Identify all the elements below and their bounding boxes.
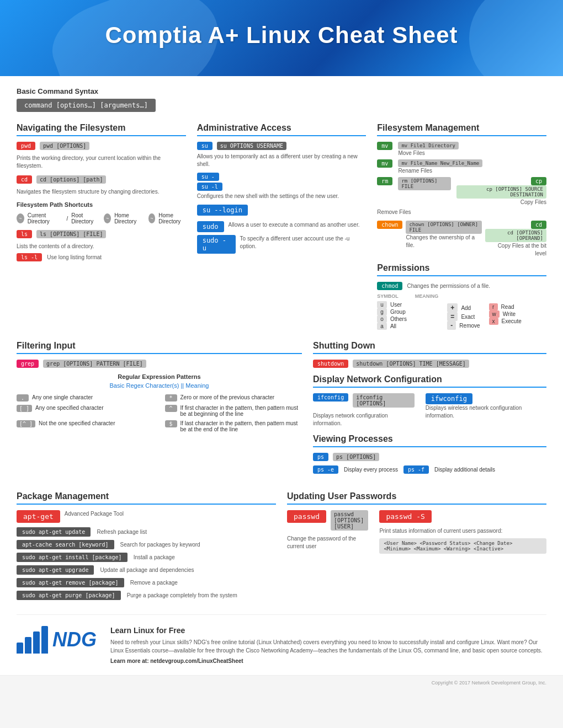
su-l-desc: Configures the new shell with the settin… — [197, 192, 367, 200]
passwd-s-cmd: passwd -S — [379, 510, 431, 523]
shortcut-home: ~ Home Directory ~ Home Directory — [104, 212, 185, 224]
cp-label: Copy Files — [456, 199, 546, 206]
copyright-text: Copyright © 2017 Network Development Gro… — [432, 680, 546, 686]
grep-cmd: grep — [17, 360, 39, 368]
perm-x-label: Execute — [502, 318, 522, 324]
pkg-upgrade-desc: Update all package and dependencies — [100, 567, 194, 573]
perms-header: SYMBOL MEANING — [377, 293, 438, 299]
regex-link: Basic Regex Character(s) || Meaning — [17, 382, 302, 389]
perm-add-sym: + — [447, 303, 458, 312]
perm-r: rRead — [489, 303, 522, 311]
perm-exact-label: Exact — [461, 314, 475, 320]
filtering-title: Filtering Input — [17, 341, 302, 354]
pwd-cmd: pwd — [17, 142, 35, 150]
cp-arg: cp [OPTIONS] SOURCE DESTINATION — [456, 185, 546, 199]
perms-header-meaning: MEANING — [415, 293, 439, 299]
perms-col-ops: +Add =Exact -Remove — [447, 303, 480, 330]
regex-bracket-sym: [ ] — [17, 405, 32, 412]
perm-a: aAll — [377, 323, 438, 330]
row-1: Navigating the Filesystem pwd pwd [OPTIO… — [17, 123, 546, 330]
shortcut-current: ~ Current Directory / Root Directory — [17, 212, 98, 224]
sudo-desc: Allows a user to execute a command as an… — [229, 221, 360, 229]
ls-section: ls ls [OPTIONS] [FILE] Lists the content… — [17, 230, 186, 261]
rm-label: Remove Files — [377, 208, 546, 216]
regex-dot-sym: . — [17, 394, 29, 402]
pkg-install-desc: Install a package — [134, 554, 175, 560]
pkg-purge-desc: Purge a package completely from the syst… — [127, 592, 237, 598]
su-l-cmd: su -l — [197, 183, 222, 191]
shortcut-sym-tilde1: ~ — [17, 213, 24, 223]
regex-neg-bracket-sym: [^ ] — [17, 420, 35, 427]
perm-g-label: Group — [390, 309, 406, 315]
perms-col-rwx: rRead wWrite xExecute — [489, 303, 522, 330]
shortcuts-table: ~ Current Directory / Root Directory ~ H… — [17, 212, 186, 224]
su-dash-cmd: su - — [197, 173, 219, 181]
regex-neg-bracket: [^ ] Not the one specified character — [17, 420, 154, 432]
cd-cmd: cd — [17, 175, 32, 184]
ps-arg: ps [OPTIONS] — [333, 453, 379, 461]
chmod-desc: Changes the permissions of a file. — [407, 282, 490, 290]
perms-header-symbol: SYMBOL — [377, 293, 399, 299]
perm-g-sym: g — [377, 308, 387, 315]
perm-g: gGroup — [377, 308, 438, 315]
shortcuts-title: Filesystem Path Shortcuts — [17, 201, 186, 208]
perm-remove: -Remove — [447, 321, 480, 330]
perm-x-sym: x — [489, 318, 498, 325]
pkg-update-desc: Refresh package list — [97, 529, 147, 535]
shortcut-label-home2: Home Directory — [158, 212, 185, 224]
perms-table: SYMBOL MEANING uUser gGroup oOthers aAll… — [377, 293, 546, 330]
pwd-desc: Prints the working directory, your curre… — [17, 154, 186, 170]
processes-title: Viewing Processes — [313, 434, 546, 447]
pkg-remove-desc: Remove a package — [130, 580, 178, 586]
perm-w-sym: w — [489, 311, 500, 318]
cd2-section: cd cd [OPTIONS] [OPERAND] Copy Files at … — [485, 221, 546, 258]
ndg-bar-2 — [25, 637, 31, 654]
mv1-cmd: mv — [377, 142, 392, 150]
row-3: Package Management apt-get Advanced Pack… — [17, 491, 546, 603]
pkg-purge: sudo apt-get purge [package] Purge a pac… — [17, 591, 276, 601]
main-content: Basic Command Syntax command [options…] … — [0, 76, 563, 675]
filtering-section: Filtering Input grep grep [OPTIONS] PATT… — [17, 341, 302, 432]
shutdown-arg: shutdown [OPTIONS] TIME [MESSAGE] — [353, 360, 469, 368]
perms-title: Permissions — [377, 263, 546, 276]
regex-caret-sym: ^ — [165, 405, 177, 412]
perm-o-label: Others — [390, 316, 407, 322]
ps-f-desc: Display additional details — [434, 467, 495, 473]
ls-l-row: ls -l Use long listing format — [17, 253, 186, 261]
rm-cmd: rm — [377, 177, 392, 185]
cd-desc: Navigates the filesystem structure by ch… — [17, 188, 186, 196]
pkg-update-cmd: sudo apt-get update — [17, 527, 91, 537]
pkg-update: sudo apt-get update Refresh package list — [17, 527, 276, 538]
perm-x: xExecute — [489, 318, 522, 325]
su-cmd: su — [197, 142, 213, 150]
su-login-row: su --login — [197, 205, 367, 216]
chown-row: chown chown [OPTIONS] [OWNER] FILE Chang… — [377, 221, 546, 258]
mv2-cmd: mv — [377, 159, 392, 168]
row-2: Filtering Input grep grep [OPTIONS] PATT… — [17, 341, 546, 480]
basic-syntax-title: Basic Command Syntax — [17, 87, 546, 95]
rm-arg: rm [OPTIONS] FILE — [398, 177, 451, 190]
ndg-bar-1 — [17, 643, 23, 654]
ls-cmd: ls — [17, 230, 32, 238]
ndg-wordmark: NDG — [52, 628, 97, 651]
su-l-row: su -l — [197, 183, 367, 191]
passwd-row: passwd passwd [OPTIONS] [USER] Change th… — [287, 510, 546, 554]
regex-dot-desc: Any one single character — [32, 394, 93, 400]
passwd-s-right: passwd -S Print status information of cu… — [379, 510, 546, 554]
shortcut-label-root: Root Directory — [71, 212, 98, 224]
chmod-row: chmod Changes the permissions of a file. — [377, 282, 546, 290]
shortcut-label-current: Current Directory — [28, 212, 60, 224]
filesystem-section: Navigating the Filesystem pwd pwd [OPTIO… — [17, 123, 186, 330]
shutting-title: Shutting Down — [313, 341, 546, 354]
su-desc: Allows you to temporarily act as a diffe… — [197, 153, 367, 168]
sudo-u-desc: To specify a different user account use … — [240, 235, 367, 250]
ps-cmd: ps — [313, 453, 328, 461]
pkg-search-cmd: apt-cache search [keyword] — [17, 540, 114, 549]
pkg-search-desc: Search for packages by keyword — [120, 542, 200, 548]
shutting-section: Shutting Down shutdown shutdown [OPTIONS… — [313, 341, 546, 368]
regex-star-desc: Zero or more of the previous character — [180, 394, 275, 400]
perm-a-label: All — [390, 323, 396, 329]
ls-row: ls ls [OPTIONS] [FILE] — [17, 230, 186, 238]
chown-cmd: chown — [377, 221, 402, 229]
shortcut-label-home: Home Directory — [114, 212, 141, 224]
